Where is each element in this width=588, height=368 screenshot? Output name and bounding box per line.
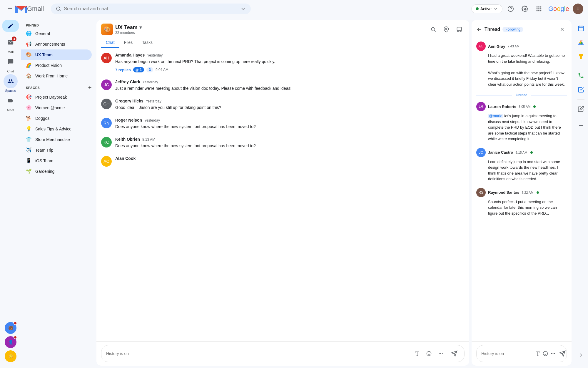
sender-name: Roger Nelson [115,118,142,122]
settings-button[interactable] [519,3,531,15]
sidebar-item-team-trip[interactable]: ✈️ Team Trip [21,145,92,155]
sidebar-item-women-acme[interactable]: 🌸 Women @acme [21,102,92,113]
mail-button[interactable]: 4 [4,35,18,49]
chat-header-top: 🎨 UX Team ▾ 22 members [101,24,465,35]
add-space-button[interactable]: + [88,85,92,91]
search-bar[interactable] [51,4,251,14]
sidebar-item-doggos[interactable]: 🐕 Doggos [21,113,92,124]
thread-send-button[interactable] [559,348,566,359]
compose-button[interactable] [2,20,19,32]
back-arrow-icon[interactable] [476,26,482,32]
sidebar-item-announcements[interactable]: 📢 Announcements [21,39,92,49]
thread-sender-name: Lauren Roberts [488,105,516,109]
sidebar-item-ux-team[interactable]: 🎨 UX Team [21,49,92,60]
svg-point-4 [57,7,60,10]
nav-chat[interactable]: Chat [4,55,18,73]
mention-badge[interactable]: @ 1 [133,67,144,72]
sidebar-item-product-vision[interactable]: 🌈 Product Vision [21,60,92,71]
message-content: Jeffrey Clark Yesterday Just a reminder … [115,79,465,92]
tab-files[interactable]: Files [119,38,138,48]
thread-sender-name: Janice Castro [488,150,513,155]
nav-meet[interactable]: Meet [4,94,18,112]
search-input[interactable] [64,6,238,11]
message-content: Keith Obrien 8:13 AM Does anyone know wh… [115,137,465,149]
close-thread-button[interactable] [557,25,567,34]
message-time: 8:13 AM [142,137,155,142]
sidebar-item-project-daybreak[interactable]: 🎯 Project Daybreak [21,92,92,102]
apps-button[interactable] [533,3,545,15]
online-indicator [530,151,533,154]
list-item: JC Janice Castro 8:15 AM I can definitel… [476,148,567,182]
drive-icon-button[interactable] [575,37,587,48]
bottom-avatar-2[interactable]: 👤 [5,336,16,348]
sidebar-item-sales-tips[interactable]: 💡 Sales Tips & Advice [21,124,92,134]
tab-chat[interactable]: Chat [101,38,119,48]
emoji-button[interactable] [424,349,434,358]
thread-input[interactable] [481,351,533,356]
reaction-count: 3 [146,67,153,72]
meet-button[interactable] [4,94,18,108]
thread-emoji-button[interactable] [543,349,548,358]
thread-messages: AG Ann Gray 7:43 AM I had a great weeken… [472,38,572,341]
online-indicator [533,105,536,108]
sidebar-item-gardening[interactable]: 🌱 Gardening [21,166,92,177]
nav-compose[interactable] [2,20,19,32]
edit-icon-button[interactable] [575,103,587,115]
table-row: AH Amanda Hayes Yesterday Has anyone beg… [101,53,465,72]
message-input[interactable] [106,351,410,356]
svg-rect-11 [540,6,542,8]
sidebar-item-store-merchandise[interactable]: 👕 Store Merchandise [21,134,92,145]
calendar-icon-button[interactable] [575,22,587,34]
bottom-avatar-3[interactable]: 😊 [5,350,16,362]
message-content: Roger Nelson Yesterday Does anyone know … [115,118,465,130]
nav-mail[interactable]: 4 Mail [4,35,18,54]
nav-spaces[interactable]: Spaces [4,74,18,92]
list-item: LR Lauren Roberts 8:05 AM @mario let's j… [476,102,567,142]
chat-button[interactable] [4,55,18,69]
gmail-logo: Gmail [15,4,44,13]
bottom-avatar-1[interactable]: 🐻 [5,322,16,334]
sidebar-item-store-merchandise-label: Store Merchandise [35,137,70,142]
chat-options-button[interactable] [454,24,465,35]
more-options-button[interactable] [436,349,445,358]
menu-button[interactable] [5,3,15,15]
svg-point-29 [442,353,443,354]
message-text: Just a reminder we're meeting about the … [115,85,465,92]
sidebar-item-work-from-home[interactable]: 🏠 Work From Home [21,71,92,81]
svg-point-35 [543,352,548,356]
reply-count-link[interactable]: 7 replies [115,68,131,72]
thread-panel: Thread Following AG Ann Gray 7:43 AM [472,20,572,366]
keep-icon-button[interactable] [575,51,587,62]
format-text-button[interactable] [412,349,422,358]
following-badge[interactable]: Following [502,27,523,32]
chat-header-icons [428,24,465,35]
sidebar-item-ios-team[interactable]: 📱 iOS Team [21,155,92,166]
search-messages-button[interactable] [428,24,439,35]
svg-rect-15 [537,10,538,11]
message-text: Does anyone know where the new system fo… [115,143,465,149]
svg-rect-43 [579,26,584,31]
spaces-button[interactable] [4,74,18,88]
message-content: Amanda Hayes Yesterday Has anyone begun … [115,53,465,72]
add-panel-button[interactable] [575,120,587,131]
sidebar-item-general[interactable]: 🌐 General [21,28,92,39]
send-button[interactable] [449,348,460,359]
thread-more-button[interactable] [550,349,556,358]
tasks-icon-button[interactable] [575,84,587,96]
group-icon: 🎨 [101,24,113,35]
phone-icon-button[interactable] [575,70,587,82]
avatar: KO [101,137,112,147]
pin-button[interactable] [441,24,452,35]
group-dropdown-icon[interactable]: ▾ [139,24,142,31]
thread-format-button[interactable] [535,349,540,358]
expand-right-button[interactable] [575,349,587,363]
message-header: Roger Nelson Yesterday [115,118,465,122]
help-button[interactable] [505,3,517,15]
profile-avatar[interactable]: U [573,4,583,14]
search-dropdown-icon[interactable] [240,6,246,12]
avatar: AH [101,53,112,63]
tab-tasks[interactable]: Tasks [137,38,157,48]
chat-title-area: 🎨 UX Team ▾ 22 members [101,24,142,35]
chat-area: 🎨 UX Team ▾ 22 members [96,20,469,366]
status-button[interactable]: Active [471,4,502,13]
